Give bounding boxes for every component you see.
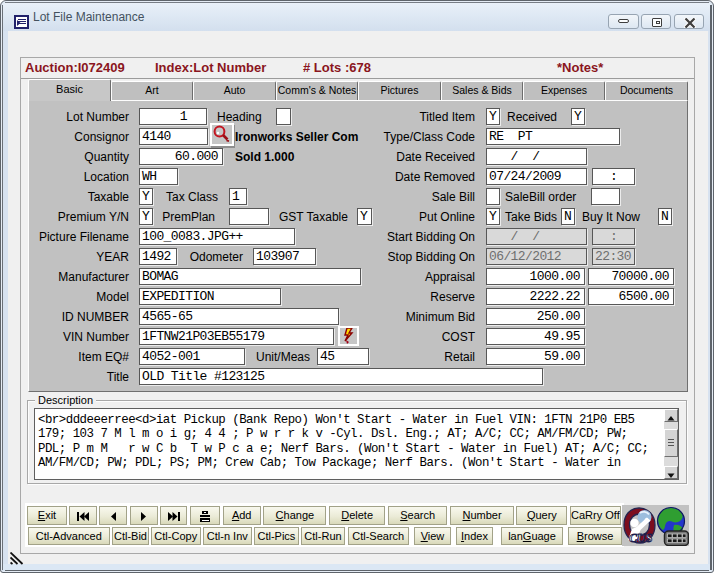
svg-text:CUS: CUS [629, 531, 653, 545]
